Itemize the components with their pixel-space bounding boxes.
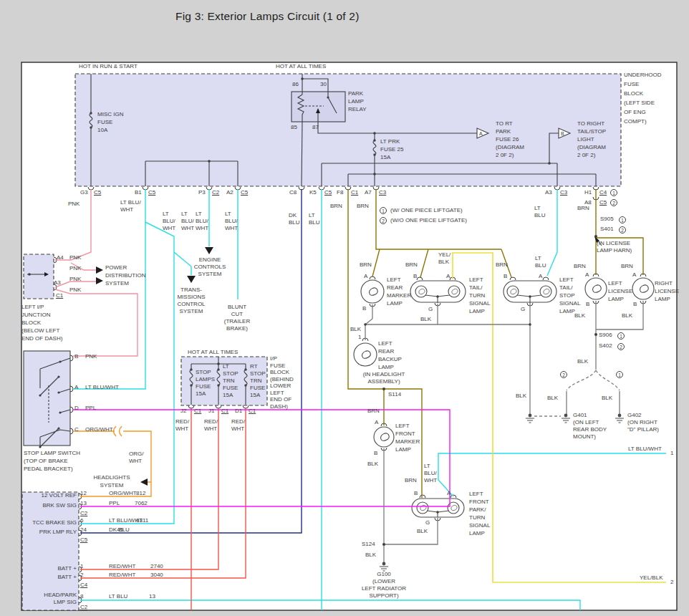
conn-f8-c1: C1 <box>351 189 358 196</box>
circuit-num-7062: 7062 <box>135 500 148 507</box>
circled-1-s905: 1 <box>619 216 626 223</box>
wire-label-orgwht-2: ORG/ WHT <box>129 451 143 465</box>
splice-s401: S401 <box>600 226 614 233</box>
row-prk-lmp-rly: PRK LMP RLY <box>24 529 77 536</box>
note-without-liftgate: (W/O ONE PIECE LIFTGATE) <box>390 217 467 224</box>
wire-label-blk-rm: BLK <box>350 326 361 333</box>
jb-pin-a3: A3 <box>54 279 61 287</box>
tail-stop-pin-g: G <box>521 306 525 313</box>
relay-pin-30: 30 <box>320 81 327 88</box>
hot-at-all-times-label: HOT AT ALL TIMES <box>276 63 326 70</box>
conn-a3: A3 <box>545 189 552 196</box>
lt-prk-fuse-label: LT PRK FUSE 25 15A <box>380 138 403 161</box>
edge-num-2: 2 <box>670 579 673 586</box>
circled-2-note: 2 <box>380 217 387 224</box>
circuit-num-3040: 3040 <box>150 572 163 579</box>
wire-label-ltbluwht-4: LT BLU/ WHT <box>225 211 238 232</box>
row-12-volt-ref: 12 VOLT REF <box>24 492 77 499</box>
circled-1-branch: 1 <box>616 371 623 378</box>
park-lamp-relay-label: PARK LAMP RELAY <box>348 90 367 113</box>
sls-pin-b: B <box>74 353 78 360</box>
ipfb-hot-label: HOT AT ALL TIMES <box>188 349 238 356</box>
wire-label-redwht-row2: RED/WHT <box>109 572 135 579</box>
triangle-a-letter: A <box>479 130 483 138</box>
relay-pin-87: 87 <box>312 124 319 131</box>
wire-label-redwht-row1: RED/WHT <box>109 563 135 570</box>
conn-a8-c5: C5 <box>599 199 607 206</box>
ground-g100-label: G100 (LOWER LEFT RADIATOR SUPPORT) <box>361 571 407 600</box>
front-park-pin-b: B <box>414 490 418 497</box>
left-rear-marker-lamp-label: LEFT REAR MARKER LAMP <box>387 276 411 307</box>
left-tail-stop-lamp-label: LEFT TAIL/ STOP SIGNAL LAMP <box>559 276 580 315</box>
splice-s905: S905 <box>600 216 614 223</box>
conn-c8: C8 <box>289 189 297 196</box>
circled-2-s401: 2 <box>619 226 626 234</box>
wire-label-brn-rl: BRN <box>621 263 633 270</box>
conn-g3: G3 <box>80 189 88 196</box>
conn-p3: P3 <box>198 189 206 196</box>
row-batt-2: BATT + <box>24 574 77 581</box>
sls-pin-c: C <box>74 426 79 433</box>
in-license-harn-note: (IN LICENSE LAMP HARN) <box>597 240 632 254</box>
wire-label-dkblu: DK BLU <box>289 212 300 226</box>
relay-pin-85: 85 <box>291 124 297 131</box>
right-license-pin-b: B <box>633 301 637 308</box>
triangle-b-letter: B <box>561 130 564 138</box>
wire-label-ltblu-ts: LT BLU <box>535 255 546 269</box>
wire-label-blk-g402: BLK <box>602 395 612 402</box>
ground-g402-label: G402 (ON RIGHT "D" PILLAR) <box>627 412 659 433</box>
conn-d1: D1 <box>235 408 242 415</box>
wire-label-blk-fm: BLK <box>367 461 378 468</box>
rt-stop-trn-fuse-label: RT STOP TRN FUSE 15A <box>250 363 266 399</box>
headlights-system-label: HEADLIGHTS SYSTEM <box>90 473 133 489</box>
conn-j2: J2 <box>180 408 186 415</box>
pin-1: 1 <box>80 563 83 570</box>
pin-13: 13 <box>80 500 87 507</box>
ground-g401-label: G401 (ON LEFT REAR BODY MOUNT) <box>573 412 607 441</box>
wire-label-blk-fp: BLK <box>417 528 428 535</box>
conn-c5-mid: C5 <box>80 536 87 544</box>
conn-k5-c5: C5 <box>324 189 332 196</box>
conn-j2-c1: C1 <box>194 408 201 415</box>
wire-label-brn-a7: BRN <box>357 203 369 210</box>
wire-label-ltblu-a3: LT BLU <box>534 205 546 219</box>
circled-2-a8: 2 <box>610 199 617 206</box>
wire-label-orgwht-row: ORG/WHT <box>109 490 137 497</box>
wire-label-ltbluwht-fp: LT BLU/ WHT <box>424 463 437 484</box>
junction-block-box <box>24 254 54 299</box>
in-headlight-assembly-note: (IN HEADLIGHT ASSEMBLY) <box>355 371 413 385</box>
wire-label-redwht-1: RED/ WHT <box>175 418 189 433</box>
left-front-park-lamp-label: LEFT FRONT PARK/ TURN SIGNAL LAMP <box>469 490 490 537</box>
jb-conn-c1: C1 <box>56 292 63 299</box>
circled-1-h1: 1 <box>610 189 617 196</box>
wire-label-brn-tt: BRN <box>405 261 418 269</box>
conn-c2-top: C2 <box>80 510 87 517</box>
conn-c2-bottom: C2 <box>80 604 87 611</box>
front-marker-pin-a: A <box>375 419 378 426</box>
wire-label-ltbluwht-b1: LT BLU/ WHT <box>120 199 141 213</box>
left-license-pin-b: B <box>586 301 589 308</box>
wire-label-blk-ll: BLK <box>574 312 585 319</box>
edge-num-1: 1 <box>670 450 673 457</box>
wire-label-brn-h1: BRN <box>577 205 589 212</box>
trans-control-label: TRANS- MISSIONS CONTROL SYSTEM <box>174 287 208 315</box>
wire-label-ltblu-k5: LT BLU <box>309 212 320 226</box>
wire-label-brn-f8: BRN <box>330 203 342 210</box>
edge-label-ltbluwht: LT BLU/WHT <box>628 446 662 453</box>
splice-s402: S402 <box>599 342 612 350</box>
sls-pin-d: D <box>74 405 79 412</box>
left-tail-turn-lamp-label: LEFT TAIL/ TURN SIGNAL LAMP <box>469 276 490 315</box>
wire-label-blk-rl: BLK <box>622 312 632 319</box>
splice-s906: S906 <box>599 332 612 339</box>
wire-label-redwht-2: RED/ WHT <box>204 418 218 433</box>
relay-pin-86: 86 <box>292 81 299 88</box>
circuit-num-13: 13 <box>149 593 155 600</box>
conn-h1: H1 <box>584 189 592 196</box>
wire-label-brn-fp: BRN <box>405 477 417 484</box>
backup-pin-1: 1 <box>358 334 361 341</box>
wire-label-ltbluwht-1: LT BLU/ WHT <box>163 211 175 232</box>
tail-stop-pin-b: B <box>504 273 507 280</box>
wire-label-brn-fm: BRN <box>367 408 380 415</box>
row-batt-1: BATT + <box>24 565 77 572</box>
conn-g3-c5: C5 <box>94 189 101 196</box>
